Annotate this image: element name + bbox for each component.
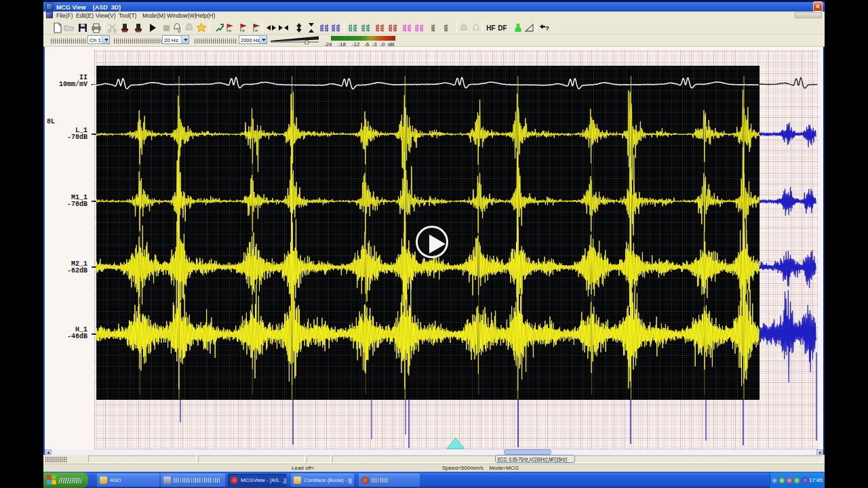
svg-text:?: ? <box>545 24 549 32</box>
